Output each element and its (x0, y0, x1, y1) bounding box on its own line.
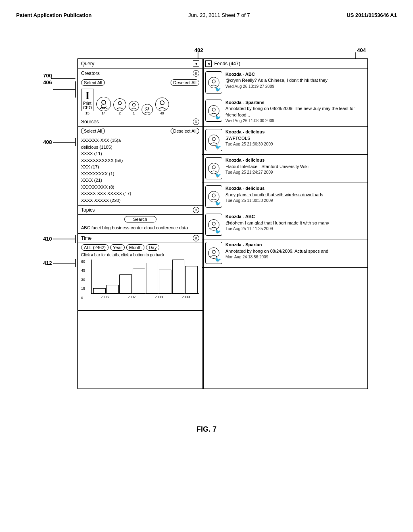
bar-2006[interactable] (93, 288, 106, 293)
feed-face-svg-1 (209, 106, 218, 115)
avatar-circle-5[interactable] (142, 104, 153, 115)
ref-406: 406 (43, 79, 52, 85)
bar-2009d[interactable] (185, 266, 198, 293)
creators-icon[interactable]: ⊕ (193, 70, 199, 77)
month-button[interactable]: Month (126, 244, 144, 251)
bar-2008a[interactable] (119, 274, 132, 293)
feed-source-5: Koozda - ABC (225, 214, 364, 220)
avatar-svg-3 (115, 100, 125, 110)
time-hint: Click a bar for details, click a button … (78, 252, 202, 258)
query-toggle[interactable]: ◄ (193, 60, 199, 67)
feeds-toggle[interactable]: ◄ (205, 60, 212, 67)
feed-avatar-6: 🐦 (205, 242, 222, 264)
ref-404: 404 (357, 47, 366, 53)
feed-content-0: Koozda - ABC @crynn Really? As a Chinese… (225, 71, 364, 94)
creators-deselect-all[interactable]: Deselect All (171, 79, 199, 86)
x-labels: 2006 2007 2008 2009 (91, 295, 199, 299)
chart-area: 60 45 30 15 0 (78, 258, 202, 310)
feed-item-1: 🐦 Koozda - Spartans Annotated by hong on… (202, 97, 367, 127)
feed-text-0: @crynn Really? As a Chinese, I don't thi… (225, 77, 364, 83)
svg-point-22 (212, 137, 215, 141)
source-item-4[interactable]: XXX (17) (81, 164, 199, 170)
creators-select-all[interactable]: Select All (81, 79, 105, 86)
creator-4: 1 (129, 101, 139, 115)
feed-content-5: Koozda - ABC @dohem I am glad that Huber… (225, 214, 364, 237)
bar-2009c[interactable] (172, 260, 185, 293)
bracket-408 (53, 138, 77, 146)
ref-410: 410 (43, 236, 52, 242)
feed-content-4: Koozda - delicious Sony plans a bundle t… (225, 185, 364, 208)
day-button[interactable]: Day (146, 244, 160, 251)
creator-num-3: 2 (119, 111, 121, 115)
feed-text-1: Annotated by hong on 08/28/2009: The new… (225, 106, 364, 118)
bar-2009a[interactable] (146, 263, 159, 293)
feed-content-2: Koozda - delicious SWFTOOLS Tue Aug 25 2… (225, 129, 364, 152)
topics-tags: ABC facet blog business center cloud con… (78, 224, 202, 233)
feed-avatar-3: 🐦 (205, 157, 222, 179)
x-2009: 2009 (181, 295, 190, 299)
feed-link-4[interactable]: Sony plans a bundle that with wireless d… (225, 192, 364, 198)
source-item-8[interactable]: XXXXX XXX XXXXX (17) (81, 190, 199, 197)
bar-2007[interactable] (106, 285, 119, 293)
all-button[interactable]: ALL (2462) (81, 244, 108, 251)
time-label: Time (81, 235, 92, 241)
print-ceo-box[interactable]: I PrintCEO (81, 89, 94, 111)
x-2007: 2007 (127, 295, 136, 299)
feed-text-2: SWFTOOLS (225, 135, 364, 141)
svg-point-25 (212, 222, 215, 225)
sources-deselect-all[interactable]: Deselect All (171, 128, 199, 134)
patent-header: Patent Application Publication Jun. 23, … (16, 8, 397, 22)
creator-num-4: 1 (133, 111, 135, 115)
topics-search[interactable]: Search (124, 216, 156, 222)
ref-402: 402 (194, 47, 203, 53)
feed-date-6: Mon Aug 24 18:56:2009 (225, 254, 364, 260)
avatars-row: I PrintCEO 15 (78, 87, 202, 117)
creators-row: Creators ⊕ (78, 69, 202, 78)
bar-2009b[interactable] (159, 270, 171, 293)
feed-avatar-2: 🐦 (205, 129, 222, 151)
topics-label: Topics (81, 207, 95, 213)
bar-2008b[interactable] (133, 268, 145, 293)
time-section: Time ⊕ ALL (2462) Year Month Day Click a… (78, 234, 202, 311)
creators-select-row: Select All Deselect All (78, 78, 202, 87)
fig-label: FIG. 7 (16, 425, 397, 434)
source-item-3[interactable]: XXXXXXXXXXX (58) (81, 157, 199, 164)
feed-source-1: Koozda - Spartans (225, 100, 364, 106)
source-item-0[interactable]: XXXXXX-XXX (15)a (81, 137, 199, 144)
sources-icon[interactable]: ⊕ (193, 118, 199, 125)
feed-avatar-5: 🐦 (205, 214, 222, 236)
source-item-5[interactable]: XXXXXXXXX (1) (81, 170, 199, 177)
big-I: I (85, 90, 90, 101)
avatar-circle-3[interactable] (113, 98, 126, 111)
y-30: 30 (81, 278, 91, 282)
right-panel: ◄ Feeds (447) (202, 59, 367, 389)
feed-text-3: Flatout Interface - Stanford University … (225, 164, 364, 170)
feed-item-5: 🐦 Koozda - ABC @dohem I am glad that Hub… (202, 211, 367, 239)
feed-avatar-1: 🐦 (205, 100, 222, 122)
year-button[interactable]: Year (110, 244, 125, 251)
time-icon[interactable]: ⊕ (193, 235, 199, 241)
svg-point-20 (212, 80, 215, 83)
avatar-circle-6[interactable] (155, 98, 169, 111)
avatar-circle-2[interactable] (96, 97, 111, 111)
chart-wrapper: 60 45 30 15 0 (81, 260, 199, 307)
source-item-9[interactable]: XXXX XXXXX (220) (81, 197, 199, 204)
time-buttons-row: ALL (2462) Year Month Day (78, 243, 202, 252)
bracket-410 (53, 235, 77, 243)
y-60: 60 (81, 260, 91, 264)
feed-item-6: 🐦 Koozda - Spartan Annotated by hong on … (202, 239, 367, 268)
svg-point-26 (212, 250, 215, 254)
source-item-1[interactable]: delicious (1185) (81, 144, 199, 151)
source-item-6[interactable]: XXXX (21) (81, 177, 199, 184)
feed-face-svg-5 (209, 220, 218, 229)
diagram-container: 700 402 404 406 40 (16, 34, 397, 417)
topics-icon[interactable]: ⊕ (193, 207, 199, 213)
avatar-svg-4 (130, 102, 138, 110)
source-item-2[interactable]: XXXX (11) (81, 150, 199, 157)
source-item-7[interactable]: XXXXXXXXX (8) (81, 184, 199, 191)
x-2008: 2008 (154, 295, 163, 299)
feed-date-1: Wed Aug 26 11:08:00 2009 (225, 118, 364, 124)
sources-list: XXXXXX-XXX (15)a delicious (1185) XXXX (… (78, 135, 202, 206)
avatar-circle-4[interactable] (129, 101, 139, 111)
sources-select-all[interactable]: Select All (81, 128, 105, 134)
